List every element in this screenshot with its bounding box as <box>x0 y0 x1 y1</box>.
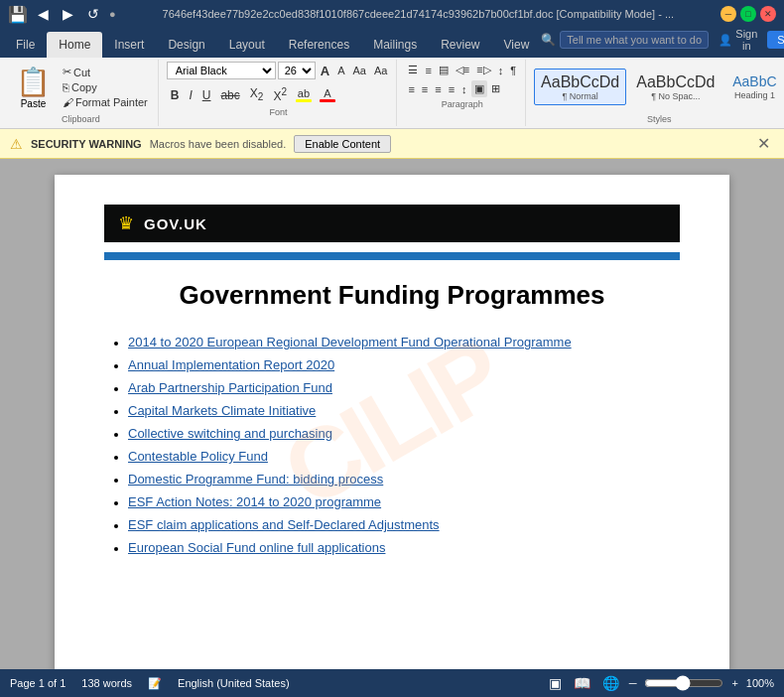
cut-label: Cut <box>73 67 90 78</box>
bold-button[interactable]: B <box>167 86 184 104</box>
indent-decrease-button[interactable]: ◁≡ <box>453 62 472 78</box>
subscript-button[interactable]: X2 <box>246 84 268 104</box>
cut-button[interactable]: ✂ Cut <box>59 65 152 79</box>
justify-button[interactable]: ≡ <box>446 81 457 97</box>
read-mode-button[interactable]: 📖 <box>572 675 592 691</box>
warning-close-button[interactable]: ✕ <box>753 134 774 153</box>
style-normal-preview: AaBbCcDd <box>541 72 619 91</box>
nav-forward-button[interactable]: ▶ <box>59 4 77 24</box>
minimize-button[interactable]: ─ <box>720 6 736 22</box>
zoom-slider[interactable] <box>644 675 723 691</box>
link-collective-switching[interactable]: Collective switching and purchasing <box>128 426 332 441</box>
print-layout-button[interactable]: ▣ <box>547 675 564 691</box>
maximize-button[interactable]: □ <box>740 6 756 22</box>
window-title: 7646ef43dee77b92e2cc0ed838f1010f867cdeee… <box>116 8 720 20</box>
list-item: ESF Action Notes: 2014 to 2020 programme <box>128 494 680 509</box>
style-nospace-preview: AaBbCcDd <box>636 72 715 91</box>
font-name-select[interactable]: Arial Black <box>167 62 276 79</box>
status-right: ▣ 📖 🌐 ─ + 100% <box>547 675 774 691</box>
share-button[interactable]: Share <box>767 31 784 49</box>
signin-label: Sign in <box>735 28 757 52</box>
govuk-header: ♛ GOV.UK <box>104 205 680 242</box>
style-normal[interactable]: AaBbCcDd ¶ Normal <box>534 69 626 105</box>
paste-button[interactable]: 📋 Paste <box>10 64 57 111</box>
close-button[interactable]: ✕ <box>760 6 776 22</box>
list-item: Contestable Policy Fund <box>128 449 680 464</box>
page-info: Page 1 of 1 <box>10 677 65 689</box>
share-label: Share <box>777 34 784 46</box>
align-center-button[interactable]: ≡ <box>419 81 431 97</box>
tab-mailings[interactable]: Mailings <box>361 32 429 58</box>
nav-refresh-button[interactable]: ↺ <box>83 4 103 24</box>
document-links-list: 2014 to 2020 European Regional Developme… <box>104 335 680 555</box>
copy-button[interactable]: ⎘ Copy <box>59 80 152 94</box>
tab-layout[interactable]: Layout <box>217 32 277 58</box>
italic-button[interactable]: I <box>185 86 196 104</box>
list-item: Domestic Programme Fund: bidding process <box>128 472 680 487</box>
ribbon-body: 📋 Paste ✂ Cut ⎘ Copy 🖌 Format Painter Cl… <box>0 58 784 129</box>
format-painter-button[interactable]: 🖌 Format Painter <box>59 95 152 109</box>
font-color-button[interactable]: A <box>317 85 338 104</box>
align-left-button[interactable]: ≡ <box>405 81 417 97</box>
tab-file[interactable]: File <box>4 32 47 58</box>
list-number-button[interactable]: ≡ <box>422 63 434 78</box>
link-erdf[interactable]: 2014 to 2020 European Regional Developme… <box>128 335 572 349</box>
link-capital-markets[interactable]: Capital Markets Climate Initiative <box>128 403 316 418</box>
link-esf-action[interactable]: ESF Action Notes: 2014 to 2020 programme <box>128 494 381 509</box>
align-right-button[interactable]: ≡ <box>432 81 444 97</box>
list-bullet-button[interactable]: ☰ <box>405 62 421 78</box>
title-bar-left: 💾 ◀ ▶ ↺ ● <box>8 4 116 24</box>
clear-format-button[interactable]: Aa <box>349 64 368 77</box>
style-nospace[interactable]: AaBbCcDd ¶ No Spac... <box>629 69 721 105</box>
govuk-underline <box>104 252 680 260</box>
link-contestable-fund[interactable]: Contestable Policy Fund <box>128 449 268 464</box>
clipboard-sub-buttons: ✂ Cut ⎘ Copy 🖌 Format Painter <box>59 65 152 109</box>
line-spacing-button[interactable]: ↕ <box>458 81 470 97</box>
font-grow-button[interactable]: A <box>318 63 332 79</box>
indent-increase-button[interactable]: ≡▷ <box>473 62 493 78</box>
tab-view[interactable]: View <box>492 32 542 58</box>
link-arab-partnership[interactable]: Arab Partnership Participation Fund <box>128 380 332 395</box>
link-esf-claim[interactable]: ESF claim applications and Self-Declared… <box>128 517 440 532</box>
style-normal-label: ¶ Normal <box>563 91 598 101</box>
link-domestic-programme[interactable]: Domestic Programme Fund: bidding process <box>128 472 383 487</box>
link-annual-report[interactable]: Annual Implementation Report 2020 <box>128 357 334 372</box>
text-case-button[interactable]: Aa <box>371 64 390 77</box>
font-size-select[interactable]: 26 <box>278 62 316 79</box>
tab-home[interactable]: Home <box>47 32 102 58</box>
list-item: ESF claim applications and Self-Declared… <box>128 517 680 532</box>
signin-button[interactable]: 👤 Sign in <box>713 26 763 54</box>
borders-button[interactable]: ⊞ <box>488 80 503 97</box>
enable-content-button[interactable]: Enable Content <box>294 135 391 153</box>
ribbon-search-input[interactable] <box>560 31 709 49</box>
underline-button[interactable]: U <box>198 86 215 104</box>
tab-review[interactable]: Review <box>429 32 491 58</box>
style-heading1[interactable]: AaBbC Heading 1 <box>724 70 784 104</box>
sort-button[interactable]: ↕ <box>495 63 507 78</box>
document-title: Government Funding Programmes <box>104 280 680 311</box>
format-painter-label: Format Painter <box>75 96 148 108</box>
styles-label: Styles <box>647 114 672 124</box>
text-highlight-button[interactable]: ab <box>293 85 315 104</box>
superscript-button[interactable]: X2 <box>269 84 291 105</box>
list-item: Annual Implementation Report 2020 <box>128 357 680 372</box>
search-icon: 🔍 <box>541 33 556 47</box>
web-layout-button[interactable]: 🌐 <box>600 675 621 691</box>
font-shrink-button[interactable]: A <box>334 64 347 77</box>
tab-references[interactable]: References <box>277 32 361 58</box>
list-multi-button[interactable]: ▤ <box>436 62 452 78</box>
security-warning-bar: ⚠ SECURITY WARNING Macros have been disa… <box>0 129 784 159</box>
nav-back-button[interactable]: ◀ <box>34 4 53 24</box>
paragraph-controls: ☰ ≡ ▤ ◁≡ ≡▷ ↕ ¶ ≡ ≡ ≡ ≡ ↕ ▣ ⊞ <box>405 62 519 97</box>
show-formatting-button[interactable]: ¶ <box>507 63 519 78</box>
font-group-label: Font <box>270 107 288 117</box>
paste-label: Paste <box>21 98 47 109</box>
link-esf-online[interactable]: European Social Fund online full applica… <box>128 540 385 555</box>
strikethrough-button[interactable]: abc <box>216 86 243 104</box>
font-controls: Arial Black 26 A A Aa Aa B I U abc X2 X2… <box>167 62 391 105</box>
shading-button[interactable]: ▣ <box>471 80 487 97</box>
tab-design[interactable]: Design <box>156 32 216 58</box>
list-item: 2014 to 2020 European Regional Developme… <box>128 335 680 349</box>
tab-insert[interactable]: Insert <box>102 32 156 58</box>
warning-title: SECURITY WARNING <box>31 138 142 150</box>
